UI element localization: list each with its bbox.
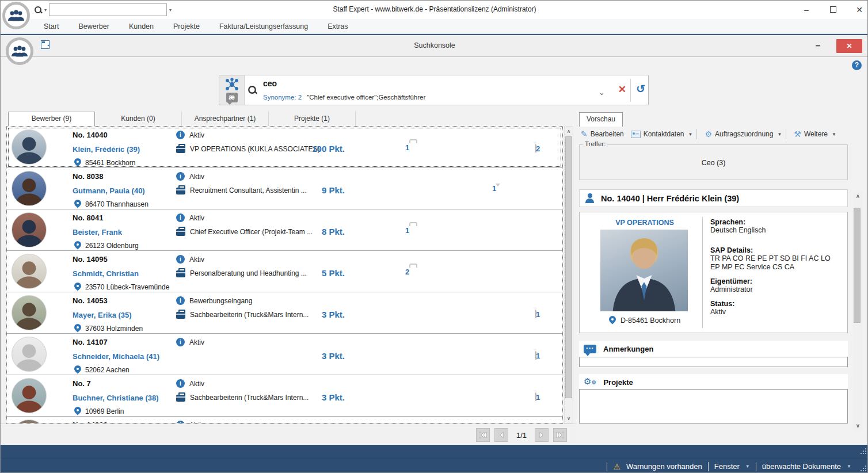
result-row[interactable]: No. 8038 Gutmann, Paula (40) 86470 Thann… [7, 168, 562, 209]
candidate-city: 23570 Lübeck-Travemünde [85, 283, 169, 291]
result-tab[interactable]: Projekte (1) [269, 112, 356, 126]
match-points: 8 Pkt. [295, 227, 345, 236]
statusbar-fenster-menu[interactable]: Fenster [714, 462, 740, 471]
suchkonsole-close-button[interactable]: ✕ [836, 39, 862, 53]
menu-item[interactable]: Faktura/Leistungserfassung [210, 19, 318, 34]
search-history-icon[interactable]: ↻ [636, 82, 645, 96]
result-row[interactable]: No. 8041 Beister, Frank 26123 Oldenburg … [7, 209, 562, 251]
menu-item[interactable]: Kunden [119, 19, 163, 34]
candidate-avatar [12, 378, 47, 413]
candidate-status: Bewerbungseingang [189, 297, 252, 305]
projekte-listbox[interactable] [579, 389, 848, 424]
candidate-avatar [12, 337, 47, 372]
synonym-network-icon[interactable] [225, 78, 239, 91]
result-row[interactable]: No. 14086 Aktiv [7, 417, 562, 424]
candidate-avatar [12, 129, 47, 165]
result-row[interactable]: No. 14107 Schneider, Michaela (41) 52062… [7, 334, 562, 375]
candidate-status: Aktiv [189, 338, 204, 346]
candidate-name-link[interactable]: Schneider, Michaela (41) [73, 352, 159, 361]
result-row[interactable]: No. 14053 Mayer, Erika (35) 37603 Holzmi… [7, 292, 562, 334]
scrollbar-thumb[interactable] [854, 208, 861, 323]
dropdown-caret-icon[interactable]: ▼ [745, 464, 750, 469]
info-icon [176, 131, 185, 139]
menu-item[interactable]: Projekte [163, 19, 210, 34]
treffer-value[interactable]: Ceo (3) [580, 159, 847, 167]
match-points: 100 Pkt. [295, 144, 345, 154]
clear-search-icon[interactable]: ✕ [618, 83, 626, 96]
previous-page-button[interactable] [494, 428, 508, 442]
result-tabs: Bewerber (9) Kunden (0) Ansprechpartner … [8, 112, 356, 126]
warning-text[interactable]: Warnungen vorhanden [626, 462, 702, 471]
document-badge-icon[interactable]: 2 [535, 142, 536, 152]
maximize-button[interactable] [827, 5, 839, 14]
candidate-name-link[interactable]: Buchner, Christiane (38) [73, 394, 159, 402]
detail-field-value: Administrator [710, 285, 842, 295]
scrollbar-thumb[interactable] [565, 136, 572, 398]
candidate-status: Aktiv [189, 214, 204, 222]
candidate-status: Aktiv [189, 380, 204, 388]
toolbar-button[interactable]: ✎ Bearbeiten [579, 129, 626, 139]
scroll-up-icon[interactable]: ∧ [565, 127, 573, 136]
suchkonsole-help-icon[interactable]: ? [852, 60, 862, 70]
document-badge-icon[interactable]: 1 [535, 390, 536, 401]
candidate-name-link[interactable]: Klein, Frédéric (39) [73, 145, 140, 154]
notes-bubble-icon [584, 345, 596, 353]
document-badge-icon[interactable]: 1 [535, 307, 536, 318]
candidate-avatar [12, 254, 47, 289]
candidate-name-link[interactable]: Mayer, Erika (35) [73, 311, 132, 319]
anmerkungen-input[interactable] [579, 357, 848, 367]
first-page-button[interactable] [476, 428, 490, 442]
result-tab[interactable]: Kunden (0) [95, 112, 182, 126]
tab-vorschau[interactable]: Vorschau [579, 112, 623, 127]
resize-grip-icon[interactable] [861, 448, 866, 454]
match-points: 5 Pkt. [295, 268, 345, 278]
candidate-status: Aktiv [189, 173, 204, 181]
result-row[interactable]: No. 14040 Klein, Frédéric (39) 85461 Boc… [7, 127, 562, 168]
close-button[interactable]: ✕ [854, 5, 865, 14]
search-query-text[interactable]: ceo [263, 79, 277, 88]
statusbar-docs-menu[interactable]: überwachte Dokumente [762, 462, 841, 471]
match-points: 3 Pkt. [295, 310, 345, 319]
toolbar-button[interactable]: Kontaktdaten ▼ [629, 130, 695, 138]
next-page-button[interactable] [535, 428, 549, 442]
result-list-scrollbar[interactable]: ∧ ∨ [564, 126, 573, 424]
candidate-city: 26123 Oldenburg [85, 242, 139, 250]
menu-item[interactable]: Bewerber [68, 19, 119, 34]
scroll-down-icon[interactable]: ∨ [853, 421, 863, 430]
dock-window-icon[interactable] [41, 40, 50, 49]
menu-item[interactable]: Extras [318, 19, 357, 34]
toolbar-button[interactable]: ⚒ Weitere ▼ [792, 129, 838, 139]
toolbar-button[interactable]: ⚙ Auftragszuordnung ▼ [703, 129, 783, 139]
search-console-box: æ ceo Synonyme: 2 "Chief executive offic… [219, 75, 649, 105]
scroll-down-icon[interactable]: ∨ [565, 414, 573, 423]
last-page-button[interactable] [553, 428, 567, 442]
result-tab[interactable]: Bewerber (9) [8, 112, 95, 126]
dropdown-caret-icon: ▼ [832, 132, 836, 137]
synonyms-count-label[interactable]: Synonyme: 2 [263, 94, 302, 101]
preview-scrollbar[interactable]: ∧ ∨ [853, 192, 863, 430]
candidate-name-link[interactable]: Schmidt, Christian [73, 269, 139, 278]
match-points: 3 Pkt. [295, 351, 345, 361]
candidate-name-link[interactable]: Beister, Frank [73, 228, 122, 236]
candidate-location: D-85461 Bockhorn [620, 316, 680, 325]
suchkonsole-minimize-button[interactable]: – [810, 39, 825, 52]
scroll-up-icon[interactable]: ∧ [853, 192, 863, 201]
dictionary-icon[interactable]: æ [226, 93, 238, 102]
result-row[interactable]: No. 14095 Schmidt, Christian 23570 Lübec… [7, 251, 562, 292]
document-badge-icon[interactable]: 1 [535, 349, 536, 360]
projects-gears-icon: ⚙⚙ [584, 376, 596, 387]
detail-field: Eigentümer: Administrator [710, 277, 842, 295]
detail-field-value: Deutsch Englisch [710, 226, 842, 235]
result-tab[interactable]: Ansprechpartner (1) [182, 112, 269, 126]
candidate-number: No. 8041 [73, 213, 103, 222]
result-list: No. 14040 Klein, Frédéric (39) 85461 Boc… [6, 126, 563, 424]
result-row[interactable]: No. 7 Buchner, Christiane (38) 10969 Ber… [7, 375, 562, 417]
synonyms-text: "Chief executive officer";Geschäftsführe… [307, 94, 425, 101]
candidate-name-link[interactable]: Gutmann, Paula (40) [73, 186, 145, 195]
minimize-button[interactable]: – [801, 5, 812, 14]
dropdown-caret-icon[interactable]: ▼ [847, 464, 851, 469]
menu-item[interactable]: Start [34, 19, 68, 34]
resize-grip-icon[interactable] [861, 466, 866, 471]
search-expand-chevron-icon[interactable]: ⌄ [599, 88, 608, 97]
suchkonsole-header: Suchkonsole – ✕ [1, 35, 868, 57]
